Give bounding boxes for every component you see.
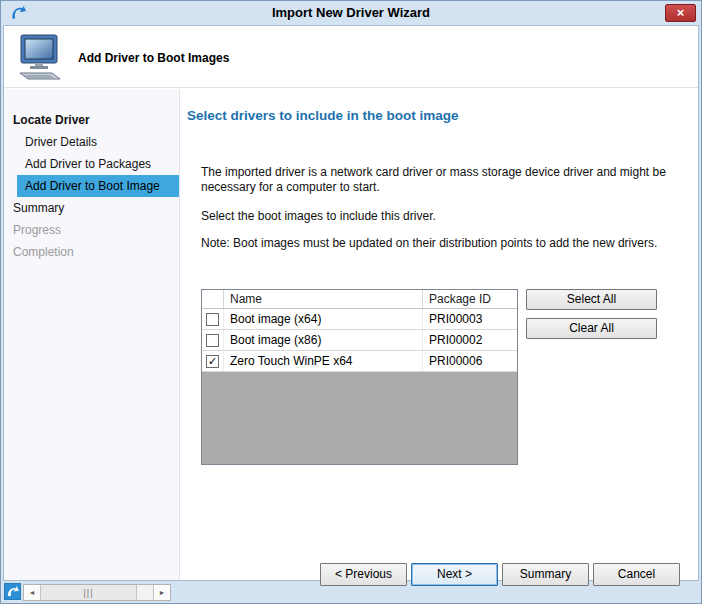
row-package-id: PRI00003: [423, 309, 517, 329]
previous-button[interactable]: < Previous: [320, 563, 407, 586]
wizard-body: Locate Driver Driver Details Add Driver …: [4, 89, 698, 580]
page-title: Select drivers to include in the boot im…: [187, 108, 459, 123]
clear-all-button[interactable]: Clear All: [526, 318, 657, 339]
computer-icon: [16, 34, 68, 85]
window-title: Import New Driver Wizard: [1, 5, 701, 20]
table-header: Name Package ID: [202, 290, 517, 309]
checkbox-boot-image-x64[interactable]: [206, 313, 219, 326]
row-name: Boot image (x64): [224, 309, 423, 329]
wizard-nav-sidebar: Locate Driver Driver Details Add Driver …: [4, 89, 180, 580]
wizard-badge-icon: [4, 583, 21, 600]
close-icon: ×: [677, 5, 685, 20]
row-name: Zero Touch WinPE x64: [224, 351, 423, 371]
table-row[interactable]: Boot image (x86) PRI00002: [202, 330, 517, 351]
table-row[interactable]: Boot image (x64) PRI00003: [202, 309, 517, 330]
nav-item-driver-details[interactable]: Driver Details: [4, 131, 179, 153]
row-name: Boot image (x86): [224, 330, 423, 350]
boot-images-table: Name Package ID Boot image (x64) PRI0000…: [201, 289, 518, 465]
check-icon: ✓: [208, 355, 217, 367]
scrollbar-thumb[interactable]: |||: [41, 585, 137, 600]
wizard-page: Select drivers to include in the boot im…: [180, 89, 698, 580]
table-row[interactable]: ✓ Zero Touch WinPE x64 PRI00006: [202, 351, 517, 372]
checkbox-column-header: [202, 290, 224, 308]
next-button[interactable]: Next >: [411, 563, 498, 586]
nav-item-locate-driver[interactable]: Locate Driver: [4, 109, 179, 131]
dialog-content-frame: Add Driver to Boot Images Locate Driver …: [3, 25, 699, 581]
close-button[interactable]: ×: [665, 4, 696, 22]
scroll-right-icon: ►: [159, 589, 166, 596]
scrollbar-track[interactable]: [137, 585, 153, 600]
checkbox-cell: [202, 330, 224, 350]
summary-button[interactable]: Summary: [502, 563, 589, 586]
checkbox-boot-image-x86[interactable]: [206, 334, 219, 347]
row-package-id: PRI00002: [423, 330, 517, 350]
note-text: Note: Boot images must be updated on the…: [201, 236, 669, 251]
checkbox-zero-touch-winpe-x64[interactable]: ✓: [206, 355, 219, 368]
row-package-id: PRI00006: [423, 351, 517, 371]
cancel-button[interactable]: Cancel: [593, 563, 680, 586]
scroll-right-button[interactable]: ►: [153, 585, 170, 600]
package-id-column-header[interactable]: Package ID: [423, 290, 517, 308]
name-column-header[interactable]: Name: [224, 290, 423, 308]
grip-icon: |||: [83, 588, 93, 598]
nav-item-add-driver-to-packages[interactable]: Add Driver to Packages: [4, 153, 179, 175]
instruction-text: Select the boot images to include this d…: [201, 209, 669, 224]
nav-item-add-driver-to-boot-image[interactable]: Add Driver to Boot Image: [17, 175, 179, 197]
scroll-left-icon: ◄: [29, 589, 36, 596]
nav-item-progress: Progress: [4, 219, 179, 241]
nav-item-summary[interactable]: Summary: [4, 197, 179, 219]
intro-text: The imported driver is a network card dr…: [201, 165, 669, 195]
horizontal-scrollbar[interactable]: ◄ ||| ►: [23, 584, 171, 601]
checkbox-cell: ✓: [202, 351, 224, 371]
select-all-button[interactable]: Select All: [526, 289, 657, 310]
checkbox-cell: [202, 309, 224, 329]
nav-item-completion: Completion: [4, 241, 179, 263]
header-title: Add Driver to Boot Images: [78, 51, 229, 65]
title-bar: Import New Driver Wizard ×: [1, 1, 701, 25]
wizard-header: Add Driver to Boot Images: [4, 26, 698, 88]
wizard-window: Import New Driver Wizard ×: [0, 0, 702, 604]
scroll-left-button[interactable]: ◄: [24, 585, 41, 600]
